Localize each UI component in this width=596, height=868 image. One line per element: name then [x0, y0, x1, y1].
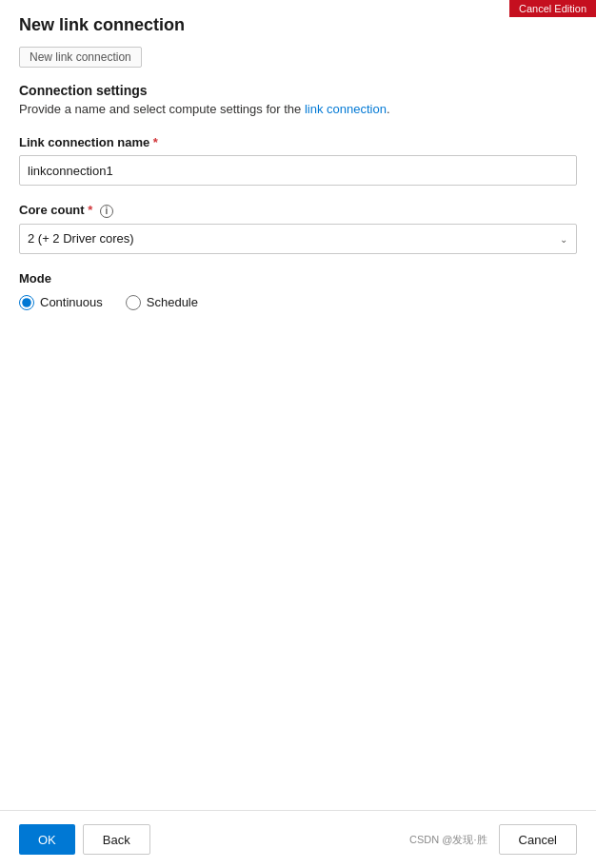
link-connection-name-input[interactable]	[19, 155, 577, 186]
mode-label: Mode	[19, 271, 577, 286]
cancel-button[interactable]: Cancel	[499, 824, 577, 855]
footer-watermark: CSDN @发现·胜	[409, 833, 487, 847]
footer-left-actions: OK Back	[19, 824, 150, 855]
core-count-select[interactable]: 2 (+ 2 Driver cores) 4 (+ 2 Driver cores…	[19, 224, 577, 254]
mode-schedule-label: Schedule	[147, 295, 198, 309]
panel-title: New link connection	[19, 15, 577, 35]
header-area: New link connection New link connection …	[0, 0, 596, 135]
core-count-select-wrapper: 2 (+ 2 Driver cores) 4 (+ 2 Driver cores…	[19, 224, 577, 254]
mode-group: Mode Continuous Schedule	[19, 271, 577, 310]
ok-button[interactable]: OK	[19, 824, 75, 855]
link-connection-name-label: Link connection name *	[19, 135, 577, 149]
content-area: Link connection name * Core count * i 2 …	[0, 135, 596, 810]
mode-schedule-radio[interactable]	[126, 295, 141, 310]
back-button[interactable]: Back	[83, 824, 150, 855]
core-count-group: Core count * i 2 (+ 2 Driver cores) 4 (+…	[19, 203, 577, 254]
mode-continuous-label: Continuous	[40, 295, 103, 309]
link-connection-name-group: Link connection name *	[19, 135, 577, 186]
section-description: Provide a name and select compute settin…	[19, 102, 577, 116]
panel: Cancel Edition New link connection New l…	[0, 0, 596, 868]
mode-radio-options: Continuous Schedule	[19, 295, 577, 310]
footer: OK Back CSDN @发现·胜 Cancel	[0, 810, 596, 868]
top-cancel-button[interactable]: Cancel Edition	[509, 0, 596, 17]
core-count-label: Core count * i	[19, 203, 577, 218]
mode-continuous-radio[interactable]	[19, 295, 34, 310]
core-count-info-icon[interactable]: i	[100, 205, 113, 218]
breadcrumb-tab: New link connection	[19, 47, 142, 68]
footer-right: CSDN @发现·胜 Cancel	[409, 824, 577, 855]
section-title: Connection settings	[19, 83, 577, 98]
mode-continuous-option[interactable]: Continuous	[19, 295, 103, 310]
mode-schedule-option[interactable]: Schedule	[126, 295, 198, 310]
